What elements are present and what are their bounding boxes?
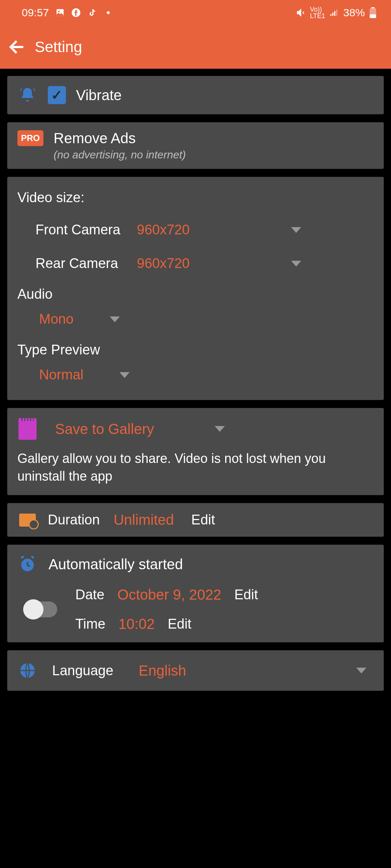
vibrate-card[interactable]: ✓ Vibrate bbox=[7, 76, 384, 114]
status-time: 09:57 bbox=[22, 7, 49, 19]
battery-percent: 38% bbox=[343, 7, 365, 19]
status-left: 09:57 bbox=[22, 7, 110, 19]
auto-start-card: Automatically started Date October 9, 20… bbox=[7, 545, 384, 642]
language-card[interactable]: Language English bbox=[7, 650, 384, 691]
preview-title: Type Preview bbox=[17, 342, 374, 358]
storage-label: Save to Gallery bbox=[55, 421, 154, 437]
auto-date-value: October 9, 2022 bbox=[117, 587, 221, 603]
svg-point-1 bbox=[58, 11, 60, 12]
pro-badge: PRO bbox=[17, 130, 43, 146]
rear-camera-row[interactable]: Rear Camera 960x720 bbox=[17, 251, 374, 276]
duration-value: Unlimited bbox=[114, 512, 174, 528]
signal-icon bbox=[329, 8, 339, 17]
status-bar: 09:57 Vo))LTE1 38% bbox=[0, 0, 391, 25]
volte-indicator: Vo))LTE1 bbox=[310, 6, 325, 19]
sd-card-icon bbox=[18, 418, 37, 440]
auto-date-edit-button[interactable]: Edit bbox=[234, 587, 258, 603]
rear-camera-value: 960x720 bbox=[137, 256, 190, 271]
auto-time-edit-button[interactable]: Edit bbox=[168, 616, 191, 632]
svg-rect-4 bbox=[332, 13, 333, 16]
audio-value: Mono bbox=[39, 311, 73, 327]
auto-time-label: Time bbox=[75, 616, 105, 632]
auto-time-value: 10:02 bbox=[118, 616, 155, 632]
storage-description: Gallery allow you to share. Video is not… bbox=[17, 450, 374, 485]
vibrate-label: Vibrate bbox=[76, 87, 122, 103]
audio-title: Audio bbox=[17, 286, 374, 302]
facebook-indicator-icon bbox=[71, 8, 81, 17]
chevron-down-icon bbox=[291, 261, 301, 267]
dot-indicator-icon bbox=[107, 11, 110, 14]
svg-rect-3 bbox=[330, 14, 331, 16]
storage-card: Save to Gallery Gallery allow you to sha… bbox=[7, 408, 384, 495]
toggle-knob bbox=[23, 599, 43, 620]
page-title: Setting bbox=[35, 38, 82, 56]
checkmark-icon: ✓ bbox=[51, 87, 63, 103]
preview-row[interactable]: Normal bbox=[17, 363, 374, 387]
svg-rect-9 bbox=[370, 14, 376, 18]
video-size-title: Video size: bbox=[17, 190, 374, 205]
svg-rect-6 bbox=[336, 9, 337, 16]
duration-label: Duration bbox=[48, 512, 100, 528]
chevron-down-icon bbox=[356, 668, 366, 673]
preview-value: Normal bbox=[39, 367, 83, 383]
chevron-down-icon bbox=[291, 227, 301, 233]
video-settings-card: Video size: Front Camera 960x720 Rear Ca… bbox=[7, 177, 384, 400]
bell-icon bbox=[19, 86, 36, 104]
status-right: Vo))LTE1 38% bbox=[296, 6, 377, 19]
language-value: English bbox=[139, 663, 186, 679]
remove-ads-subtitle: (no advertising, no internet) bbox=[54, 149, 186, 161]
globe-icon bbox=[19, 662, 36, 679]
mute-icon bbox=[296, 8, 306, 17]
app-bar: Setting bbox=[0, 25, 391, 69]
duration-card: Duration Unlimited Edit bbox=[7, 503, 384, 537]
remove-ads-title: Remove Ads bbox=[54, 130, 186, 146]
content: ✓ Vibrate PRO Remove Ads (no advertising… bbox=[0, 69, 391, 698]
language-label: Language bbox=[52, 663, 113, 678]
chevron-down-icon bbox=[215, 426, 225, 432]
duration-edit-button[interactable]: Edit bbox=[191, 512, 215, 528]
chevron-down-icon bbox=[119, 372, 130, 378]
svg-rect-5 bbox=[334, 11, 335, 16]
duration-icon bbox=[19, 514, 36, 527]
auto-date-label: Date bbox=[75, 587, 104, 603]
tiktok-indicator-icon bbox=[87, 8, 97, 17]
auto-start-title: Automatically started bbox=[49, 556, 183, 573]
front-camera-value: 960x720 bbox=[137, 222, 190, 238]
vibrate-checkbox[interactable]: ✓ bbox=[48, 86, 66, 104]
remove-ads-card[interactable]: PRO Remove Ads (no advertising, no inter… bbox=[7, 122, 384, 169]
svg-rect-7 bbox=[371, 7, 375, 8]
auto-start-toggle[interactable] bbox=[25, 601, 57, 617]
alarm-clock-icon bbox=[18, 555, 37, 574]
back-arrow-icon[interactable] bbox=[7, 37, 28, 57]
front-camera-label: Front Camera bbox=[35, 222, 126, 238]
audio-row[interactable]: Mono bbox=[17, 307, 374, 331]
chevron-down-icon bbox=[110, 316, 120, 322]
battery-icon bbox=[369, 7, 377, 18]
front-camera-row[interactable]: Front Camera 960x720 bbox=[17, 218, 374, 242]
rear-camera-label: Rear Camera bbox=[35, 256, 126, 271]
storage-row[interactable]: Save to Gallery bbox=[17, 418, 374, 440]
gallery-indicator-icon bbox=[55, 8, 65, 17]
